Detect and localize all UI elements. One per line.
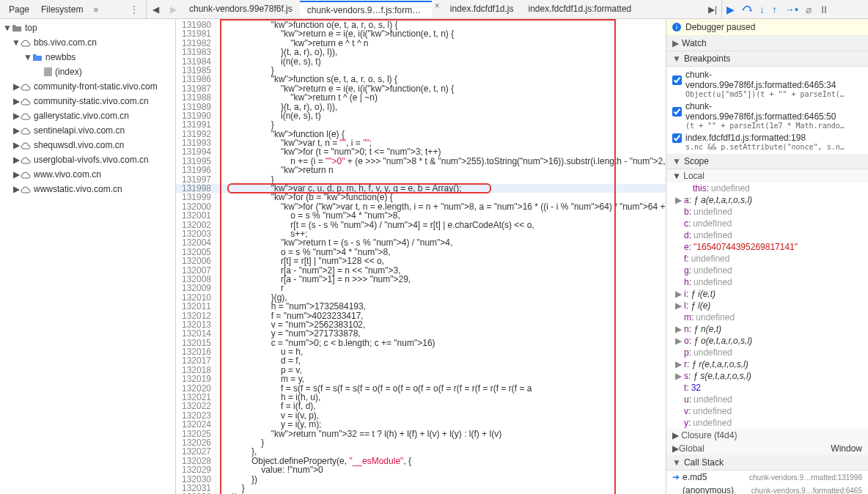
- breakpoint-checkbox[interactable]: [672, 133, 682, 143]
- scope-var-c[interactable]: c: undefined: [666, 218, 868, 229]
- tree-item-6[interactable]: ▶gallerystatic.vivo.com.cn: [0, 108, 175, 123]
- scope-var-n[interactable]: ▶n: ƒ n(e,t): [666, 323, 868, 335]
- tree-item-2[interactable]: ▼newbbs: [0, 50, 175, 64]
- cloud-icon: [21, 141, 31, 149]
- file-tab-0[interactable]: chunk-vendors.99e78f6f.js: [182, 1, 300, 18]
- callstack-frame-0[interactable]: ➔e.md5chunk-vendors.9…rmatted:131998: [666, 471, 868, 484]
- scope-closure-header[interactable]: ▶ Closure (f4d4): [666, 429, 868, 442]
- tree-arrow-icon: ▶: [12, 96, 21, 106]
- scope-var-this[interactable]: this: undefined: [666, 183, 868, 194]
- tree-item-11[interactable]: ▶wwwstatic.vivo.com.cn: [0, 182, 175, 196]
- nav-prev-icon[interactable]: ◀: [147, 4, 164, 15]
- step-out-icon[interactable]: ↑: [772, 4, 777, 15]
- code-line-131996[interactable]: "kw">return n: [216, 166, 666, 174]
- code-line-132022[interactable]: f = i(f, d),: [216, 402, 666, 410]
- scope-var-i[interactable]: ▶i: ƒ i(e,t): [666, 288, 868, 300]
- scope-var-l[interactable]: ▶l: ƒ l(e): [666, 300, 868, 311]
- code-line-132004[interactable]: "kw">return t = (s - s % "num">4) / "num…: [216, 238, 666, 247]
- filesystem-tab[interactable]: Filesystem: [35, 1, 89, 18]
- code-area[interactable]: "kw">function o(e, t, a, r, o, s, l) { "…: [216, 19, 666, 494]
- scope-var-r[interactable]: ▶r: ƒ r(e,t,a,r,o,s,l): [666, 358, 868, 370]
- scope-global-header[interactable]: ▶ GlobalWindow: [666, 442, 868, 455]
- scope-var-s[interactable]: ▶s: ƒ s(e,t,a,r,o,s,l): [666, 370, 868, 382]
- tree-item-1[interactable]: ▼bbs.vivo.com.cn: [0, 35, 175, 50]
- scope-var-e[interactable]: e: "16540744395269817141": [666, 241, 868, 253]
- tree-item-10[interactable]: ▶www.vivo.com.cn: [0, 167, 175, 182]
- scope-var-o[interactable]: ▶o: ƒ o(e,t,a,r,o,s,l): [666, 335, 868, 347]
- file-tab-3[interactable]: index.fdcfdf1d.js:formatted: [521, 1, 639, 18]
- code-line-132019[interactable]: m = y,: [216, 375, 666, 383]
- callstack-frame-1[interactable]: (anonymous)chunk-vendors.9…formatted:646…: [666, 484, 868, 494]
- code-line-131990[interactable]: i(n(e, s), t): [216, 111, 666, 120]
- code-line-132027[interactable]: },: [216, 447, 666, 456]
- callstack-section-header[interactable]: ▼Call Stack: [666, 455, 868, 471]
- tab-scroll-right-icon[interactable]: ▶|: [704, 4, 721, 15]
- tree-item-9[interactable]: ▶userglobal-vivofs.vivo.com.cn: [0, 152, 175, 167]
- code-line-132014[interactable]: y = "num">271733878,: [216, 329, 666, 338]
- line-gutter: 1319801319811319821319831319841319851319…: [176, 19, 216, 494]
- code-line-132025[interactable]: "kw">return "num">32 == t ? l(h) + l(f) …: [216, 430, 666, 438]
- code-line-132026[interactable]: }: [216, 438, 666, 447]
- breakpoint-snippet: s.nc && p.setAttribute("nonce", s.n…: [672, 143, 862, 151]
- scope-local-header[interactable]: ▼ Local: [666, 169, 868, 183]
- file-tab-2[interactable]: index.fdcfdf1d.js: [443, 1, 521, 18]
- code-line-132031[interactable]: }: [216, 484, 666, 493]
- tree-item-4[interactable]: ▶community-front-static.vivo.com: [0, 79, 175, 94]
- tree-item-0[interactable]: ▼top: [0, 21, 175, 35]
- file-tree[interactable]: ▼top▼bbs.vivo.com.cn▼newbbs(index)▶commu…: [0, 19, 176, 494]
- code-line-132029[interactable]: value: !"num">0: [216, 465, 666, 474]
- code-editor[interactable]: 1319801319811319821319831319841319851319…: [176, 19, 666, 494]
- scope-var-p[interactable]: p: undefined: [666, 347, 868, 358]
- scope-var-t[interactable]: t: 32: [666, 382, 868, 394]
- step-over-icon[interactable]: [742, 4, 752, 15]
- close-tab-icon[interactable]: ×: [432, 1, 443, 18]
- scope-section-header[interactable]: ▼Scope: [666, 154, 868, 169]
- panel-menu-icon[interactable]: ⋮: [125, 4, 143, 15]
- step-into-icon[interactable]: ↓: [760, 4, 765, 15]
- scope-var-f[interactable]: f: undefined: [666, 253, 868, 265]
- scope-var-m[interactable]: m: undefined: [666, 311, 868, 323]
- scope-var-g[interactable]: g: undefined: [666, 265, 868, 276]
- breakpoint-checkbox[interactable]: [672, 107, 682, 117]
- tree-item-5[interactable]: ▶community-static.vivo.com.cn: [0, 94, 175, 108]
- tree-arrow-icon: ▶: [12, 125, 21, 136]
- code-line-132009[interactable]: r: [216, 284, 666, 292]
- breakpoints-section-header[interactable]: ▼Breakpoints: [666, 51, 868, 67]
- code-line-131988[interactable]: "kw">return t ^ (e | ~n): [216, 93, 666, 102]
- scope-var-h[interactable]: h: undefined: [666, 276, 868, 288]
- cloud-icon: [21, 185, 31, 193]
- nav-next-icon[interactable]: ▶: [164, 4, 182, 15]
- resume-icon[interactable]: ▶: [727, 4, 735, 15]
- scope-var-a[interactable]: ▶a: ƒ a(e,t,a,r,o,s,l): [666, 194, 868, 206]
- code-line-132001[interactable]: o = s % "num">4 * "num">8,: [216, 211, 666, 220]
- frame-name: (anonymous): [683, 485, 734, 494]
- breakpoint-checkbox[interactable]: [672, 75, 682, 85]
- breakpoint-2[interactable]: index.fdcfdf1d.js:formatted:198s.nc && p…: [666, 131, 868, 152]
- scope-var-y[interactable]: y: undefined: [666, 417, 868, 429]
- scope-var-d[interactable]: d: undefined: [666, 229, 868, 241]
- scope-var-u[interactable]: u: undefined: [666, 394, 868, 405]
- tree-arrow-icon: ▼: [3, 23, 12, 33]
- tree-item-3[interactable]: (index): [0, 64, 175, 79]
- breakpoint-1[interactable]: chunk-vendors.99e78f6f.js:formatted:6465…: [666, 100, 868, 131]
- step-icon[interactable]: →•: [784, 4, 798, 15]
- tree-item-7[interactable]: ▶sentinelapi.vivo.com.cn: [0, 123, 175, 138]
- scope-var-v[interactable]: v: undefined: [666, 405, 868, 417]
- code-line-132006[interactable]: r[t] = r[t] | "num">128 << o,: [216, 257, 666, 265]
- page-tab[interactable]: Page: [3, 1, 35, 18]
- frame-location: chunk-vendors.9…formatted:6465: [751, 487, 862, 495]
- code-line-131984[interactable]: i(n(e, s), t): [216, 57, 666, 66]
- file-tab-1[interactable]: chunk-vendors.9…f.js:formatted: [300, 1, 432, 18]
- more-tabs-icon[interactable]: »: [89, 3, 103, 16]
- deactivate-breakpoints-icon[interactable]: ⌀: [806, 4, 812, 15]
- code-line-132030[interactable]: }): [216, 475, 666, 484]
- code-line-131981[interactable]: "kw">return e = i(e, i(i("kw">function(e…: [216, 29, 666, 38]
- tree-item-8[interactable]: ▶shequwsdl.vivo.com.cn: [0, 138, 175, 152]
- code-line-131983[interactable]: }(t, a, r), o), l)),: [216, 48, 666, 56]
- watch-section-header[interactable]: ▶Watch: [666, 36, 868, 51]
- scope-var-b[interactable]: b: undefined: [666, 206, 868, 218]
- pause-icon[interactable]: ⏸: [819, 4, 829, 15]
- tree-arrow-icon: ▶: [12, 81, 21, 92]
- code-line-132017[interactable]: d = f,: [216, 356, 666, 365]
- breakpoint-0[interactable]: chunk-vendors.99e78f6f.js:formatted:6465…: [666, 68, 868, 100]
